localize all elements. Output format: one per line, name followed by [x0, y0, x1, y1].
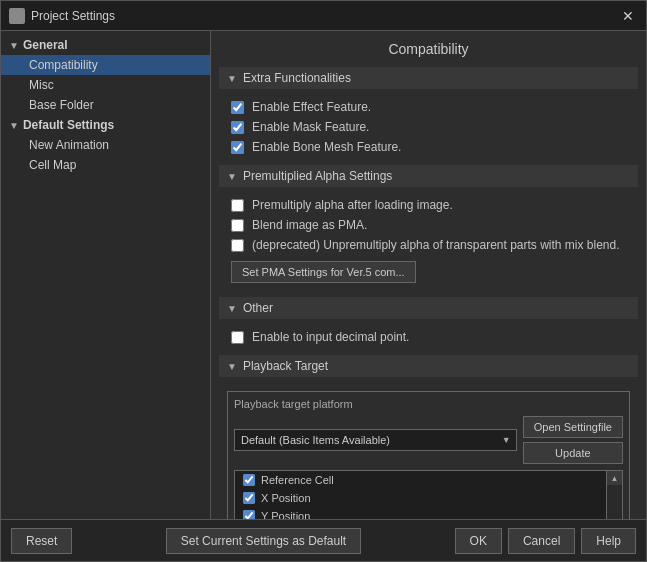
section-header-playback[interactable]: ▼ Playback Target	[219, 355, 638, 377]
sidebar-item-compatibility[interactable]: Compatibility	[1, 55, 210, 75]
sidebar-label-compatibility: Compatibility	[29, 58, 98, 72]
open-settingfile-button[interactable]: Open Settingfile	[523, 416, 623, 438]
sidebar-label-cell-map: Cell Map	[29, 158, 76, 172]
footer-right: OK Cancel Help	[455, 528, 636, 554]
chevron-icon-other: ▼	[227, 303, 237, 314]
section-content-playback: Playback target platform Default (Basic …	[219, 381, 638, 519]
playback-group-title: Playback target platform	[234, 398, 623, 410]
chevron-icon-playback: ▼	[227, 361, 237, 372]
checkbox-deprecated[interactable]	[231, 239, 244, 252]
label-y-position: Y Position	[261, 510, 310, 519]
checkbox-y-position[interactable]	[243, 510, 255, 519]
label-blend-pma: Blend image as PMA.	[252, 218, 367, 232]
label-effect: Enable Effect Feature.	[252, 100, 371, 114]
checkbox-bone-mesh[interactable]	[231, 141, 244, 154]
list-row-y-position[interactable]: Y Position	[235, 507, 606, 519]
checkbox-premultiply[interactable]	[231, 199, 244, 212]
checkbox-x-position[interactable]	[243, 492, 255, 504]
checkbox-reference-cell[interactable]	[243, 474, 255, 486]
section-content-extra: Enable Effect Feature. Enable Mask Featu…	[219, 93, 638, 165]
panel-body: ▼ Extra Functionalities Enable Effect Fe…	[211, 63, 646, 519]
section-label-playback: Playback Target	[243, 359, 328, 373]
main-panel: Compatibility ▼ Extra Functionalities En…	[211, 31, 646, 519]
window-title: Project Settings	[31, 9, 618, 23]
label-reference-cell: Reference Cell	[261, 474, 334, 486]
window-icon	[9, 8, 25, 24]
section-header-extra[interactable]: ▼ Extra Functionalities	[219, 67, 638, 89]
project-settings-window: Project Settings ✕ ▼ General Compatibili…	[0, 0, 647, 562]
panel-title: Compatibility	[211, 31, 646, 63]
arrow-icon-2: ▼	[9, 120, 19, 131]
set-default-button[interactable]: Set Current Settings as Default	[166, 528, 361, 554]
checkbox-decimal[interactable]	[231, 331, 244, 344]
chevron-icon-extra: ▼	[227, 73, 237, 84]
help-button[interactable]: Help	[581, 528, 636, 554]
sidebar: ▼ General Compatibility Misc Base Folder…	[1, 31, 211, 519]
sidebar-item-base-folder[interactable]: Base Folder	[1, 95, 210, 115]
platform-dropdown-wrapper: Default (Basic Items Available)	[234, 429, 517, 451]
content-area: ▼ General Compatibility Misc Base Folder…	[1, 31, 646, 519]
update-button[interactable]: Update	[523, 442, 623, 464]
footer-center: Set Current Settings as Default	[72, 528, 454, 554]
list-row-reference-cell[interactable]: Reference Cell	[235, 471, 606, 489]
sidebar-label-misc: Misc	[29, 78, 54, 92]
sidebar-label-general: General	[23, 38, 68, 52]
sidebar-label-default-settings: Default Settings	[23, 118, 114, 132]
pma-settings-button[interactable]: Set PMA Settings for Ver.5 com...	[231, 261, 416, 283]
label-deprecated: (deprecated) Unpremultiply alpha of tran…	[252, 238, 620, 252]
reference-list[interactable]: Reference Cell X Position Y Position	[234, 470, 607, 519]
sidebar-item-general[interactable]: ▼ General	[1, 35, 210, 55]
check-row-deprecated[interactable]: (deprecated) Unpremultiply alpha of tran…	[219, 235, 638, 255]
playback-dropdown-row: Default (Basic Items Available) Open Set…	[234, 416, 623, 464]
sidebar-label-new-animation: New Animation	[29, 138, 109, 152]
list-row-x-position[interactable]: X Position	[235, 489, 606, 507]
playback-group: Playback target platform Default (Basic …	[227, 391, 630, 519]
section-header-other[interactable]: ▼ Other	[219, 297, 638, 319]
check-row-blend-pma[interactable]: Blend image as PMA.	[219, 215, 638, 235]
arrow-icon: ▼	[9, 40, 19, 51]
platform-dropdown[interactable]: Default (Basic Items Available)	[234, 429, 517, 451]
check-row-decimal[interactable]: Enable to input decimal point.	[219, 327, 638, 347]
section-label-extra: Extra Functionalities	[243, 71, 351, 85]
checkbox-mask[interactable]	[231, 121, 244, 134]
checkbox-blend-pma[interactable]	[231, 219, 244, 232]
sidebar-item-misc[interactable]: Misc	[1, 75, 210, 95]
section-label-other: Other	[243, 301, 273, 315]
label-x-position: X Position	[261, 492, 311, 504]
label-mask: Enable Mask Feature.	[252, 120, 369, 134]
sidebar-item-cell-map[interactable]: Cell Map	[1, 155, 210, 175]
list-area: Reference Cell X Position Y Position	[234, 470, 623, 519]
label-decimal: Enable to input decimal point.	[252, 330, 409, 344]
label-bone-mesh: Enable Bone Mesh Feature.	[252, 140, 401, 154]
side-buttons: Open Settingfile Update	[523, 416, 623, 464]
checkbox-effect[interactable]	[231, 101, 244, 114]
check-row-bone-mesh[interactable]: Enable Bone Mesh Feature.	[219, 137, 638, 157]
section-content-pma: Premultiply alpha after loading image. B…	[219, 191, 638, 297]
check-row-mask[interactable]: Enable Mask Feature.	[219, 117, 638, 137]
cancel-button[interactable]: Cancel	[508, 528, 575, 554]
list-scrollbar: ▲ ▼	[607, 470, 623, 519]
check-row-premultiply[interactable]: Premultiply alpha after loading image.	[219, 195, 638, 215]
scroll-up-button[interactable]: ▲	[607, 471, 622, 485]
chevron-icon-pma: ▼	[227, 171, 237, 182]
close-button[interactable]: ✕	[618, 6, 638, 26]
section-content-other: Enable to input decimal point.	[219, 323, 638, 355]
titlebar: Project Settings ✕	[1, 1, 646, 31]
section-label-pma: Premultiplied Alpha Settings	[243, 169, 392, 183]
check-row-effect[interactable]: Enable Effect Feature.	[219, 97, 638, 117]
sidebar-item-default-settings[interactable]: ▼ Default Settings	[1, 115, 210, 135]
ok-button[interactable]: OK	[455, 528, 502, 554]
sidebar-item-new-animation[interactable]: New Animation	[1, 135, 210, 155]
reset-button[interactable]: Reset	[11, 528, 72, 554]
section-header-pma[interactable]: ▼ Premultiplied Alpha Settings	[219, 165, 638, 187]
sidebar-label-base-folder: Base Folder	[29, 98, 94, 112]
label-premultiply: Premultiply alpha after loading image.	[252, 198, 453, 212]
footer: Reset Set Current Settings as Default OK…	[1, 519, 646, 561]
